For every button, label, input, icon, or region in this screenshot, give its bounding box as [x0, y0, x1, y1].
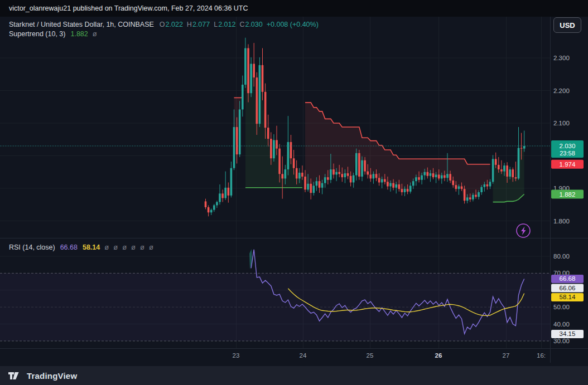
svg-text:16:: 16: — [537, 352, 546, 359]
chart-canvas[interactable]: 2.3002.2002.1001.9001.80080.0070.0050.00… — [0, 17, 588, 366]
rsi-ma-value: 58.14 — [83, 243, 100, 251]
price-change: +0.008 (+0.40%) — [267, 21, 319, 28]
last-price-badge: 2.03023:58 — [551, 140, 584, 158]
svg-text:2.300: 2.300 — [553, 55, 570, 61]
supertrend-stop-badge: 1.974 — [551, 160, 584, 169]
rsi-legend: RSI (14, close) 66.68 58.14 ø ø ø ø ø ø — [9, 243, 153, 251]
hidden-plot-icon[interactable]: ø — [93, 30, 97, 38]
ohlc-close: C2.030 — [239, 21, 266, 28]
svg-text:26: 26 — [435, 352, 442, 359]
hidden-plot-icon[interactable]: ø — [113, 243, 118, 251]
supertrend-value-badge: 1.882 — [551, 190, 584, 199]
svg-text:1.800: 1.800 — [553, 218, 570, 225]
svg-text:2.200: 2.200 — [553, 87, 570, 94]
hidden-plot-icon[interactable]: ø — [131, 243, 136, 251]
svg-text:50.00: 50.00 — [553, 304, 570, 310]
rsi-badge: 34.15 — [551, 330, 584, 338]
svg-text:80.00: 80.00 — [553, 253, 570, 260]
tradingview-footer-link[interactable]: TradingView — [0, 366, 588, 385]
publish-info-text: victor_olanrewaju21 published on Trading… — [9, 4, 248, 12]
rsi-value: 66.68 — [60, 243, 78, 251]
svg-text:23:58: 23:58 — [560, 150, 575, 157]
svg-text:66.68: 66.68 — [560, 275, 576, 282]
hidden-plot-icon[interactable]: ø — [140, 243, 144, 251]
svg-text:34.15: 34.15 — [560, 330, 576, 337]
symbol-legend: Starknet / United States Dollar, 1h, COI… — [9, 21, 319, 28]
svg-text:2.100: 2.100 — [553, 120, 570, 126]
rsi-badge: 58.14 — [551, 293, 584, 301]
symbol-title[interactable]: Starknet / United States Dollar, 1h, COI… — [9, 21, 154, 28]
svg-text:40.00: 40.00 — [553, 321, 570, 328]
svg-text:25: 25 — [367, 352, 374, 359]
rsi-badge: 66.68 — [551, 275, 584, 283]
rsi-label[interactable]: RSI (14, close) — [9, 243, 55, 251]
supertrend-legend: Supertrend (10, 3) 1.882 ø — [9, 30, 97, 38]
svg-text:2.030: 2.030 — [560, 143, 576, 149]
supertrend-value: 1.882 — [70, 30, 88, 38]
svg-text:1.974: 1.974 — [560, 161, 576, 168]
publish-info-bar: victor_olanrewaju21 published on Trading… — [0, 0, 588, 17]
supertrend-label[interactable]: Supertrend (10, 3) — [9, 30, 65, 38]
tradingview-logo-icon — [8, 371, 23, 381]
ohlc-low: L2.012 — [214, 21, 239, 28]
svg-text:30.00: 30.00 — [553, 338, 570, 344]
tradingview-brand-text: TradingView — [27, 371, 77, 381]
price-axis[interactable]: 2.3002.2002.1001.9001.800 — [553, 55, 570, 225]
hidden-plot-icon[interactable]: ø — [122, 243, 127, 251]
svg-text:58.14: 58.14 — [560, 294, 576, 300]
svg-text:23: 23 — [233, 352, 240, 359]
svg-text:24: 24 — [300, 352, 307, 359]
hidden-plot-icon[interactable]: ø — [149, 243, 153, 251]
ohlc-open: O2.022 — [160, 21, 187, 28]
boost-button[interactable] — [517, 224, 530, 237]
svg-text:1.882: 1.882 — [560, 191, 576, 198]
currency-toggle-button[interactable]: USD — [553, 17, 581, 33]
svg-text:66.06: 66.06 — [560, 285, 576, 291]
time-axis[interactable]: 232425262716: — [233, 352, 546, 359]
hidden-plot-icon[interactable]: ø — [104, 243, 109, 251]
published-chart-page: victor_olanrewaju21 published on Trading… — [0, 0, 588, 385]
ohlc-high: H2.077 — [187, 21, 214, 28]
svg-text:27: 27 — [503, 352, 510, 359]
rsi-badge: 66.06 — [551, 284, 584, 292]
